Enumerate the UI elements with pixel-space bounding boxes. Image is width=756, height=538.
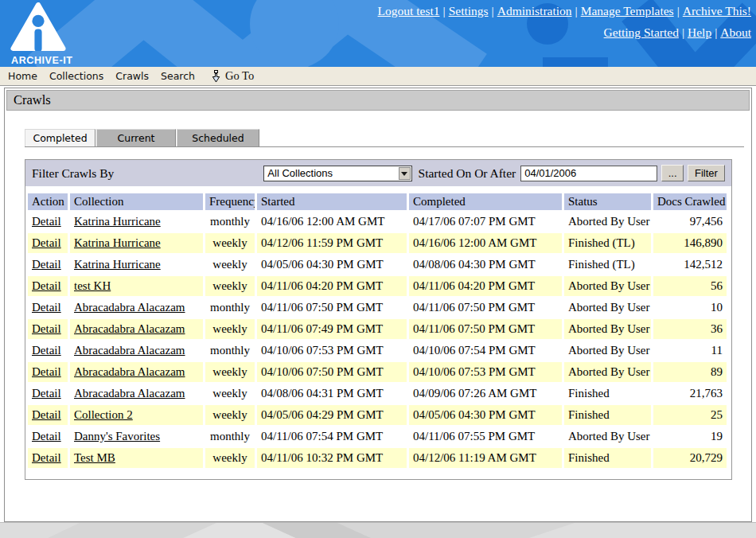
table-row: DetailAbracadabra Alacazamweekly04/08/06… — [28, 384, 727, 404]
crawls-panel: Filter Crawls By All Collections Started… — [25, 159, 732, 480]
started-cell: 04/08/06 04:31 PM GMT — [257, 384, 407, 404]
frequency-cell: monthly — [205, 298, 255, 318]
nav-item-crawls[interactable]: Crawls — [115, 70, 149, 82]
status-cell: Aborted By User — [564, 298, 651, 318]
nav-item-home[interactable]: Home — [8, 70, 37, 82]
collection-link[interactable]: Abracadabra Alacazam — [74, 387, 185, 400]
detail-link[interactable]: Detail — [32, 430, 61, 442]
completed-cell: 04/10/06 07:53 PM GMT — [409, 362, 562, 382]
completed-cell: 04/11/06 07:50 PM GMT — [409, 298, 562, 318]
frequency-cell: weekly — [205, 276, 255, 296]
detail-link[interactable]: Detail — [32, 236, 61, 249]
collections-select-value: All Collections — [267, 167, 333, 179]
header-link-about[interactable]: About — [720, 25, 751, 39]
collection-link[interactable]: test KH — [74, 279, 111, 292]
started-cell: 04/10/06 07:53 PM GMT — [257, 341, 407, 361]
nav-item-search[interactable]: Search — [161, 70, 195, 82]
started-cell: 04/11/06 07:49 PM GMT — [257, 319, 407, 339]
dropdown-arrow-icon[interactable] — [399, 167, 411, 180]
collections-select[interactable]: All Collections — [263, 166, 411, 181]
collection-cell: Katrina Hurricane — [70, 233, 203, 253]
action-cell: Detail — [28, 341, 68, 361]
header-link-archive-this[interactable]: Archive This! — [683, 4, 751, 18]
header-link-administration[interactable]: Administration — [497, 4, 572, 18]
link-separator: | — [711, 25, 720, 39]
started-cell: 04/05/06 04:30 PM GMT — [257, 255, 407, 275]
detail-link[interactable]: Detail — [32, 408, 61, 421]
detail-link[interactable]: Detail — [32, 258, 61, 271]
date-input[interactable] — [520, 166, 657, 181]
collection-link[interactable]: Katrina Hurricane — [74, 236, 161, 249]
collection-link[interactable]: Collection 2 — [74, 408, 133, 421]
docs-cell: 10 — [653, 298, 727, 318]
filter-button[interactable]: Filter — [688, 165, 725, 181]
content-frame: Crawls CompletedCurrentScheduled Filter … — [4, 88, 752, 522]
header-link-help[interactable]: Help — [688, 25, 711, 39]
collection-link[interactable]: Abracadabra Alacazam — [74, 344, 185, 357]
table-row: DetailKatrina Hurricanemonthly04/16/06 1… — [28, 212, 727, 232]
goto-label: Go To — [225, 69, 254, 83]
collection-link[interactable]: Danny's Favorites — [74, 430, 160, 442]
completed-cell: 04/16/06 12:00 AM GMT — [409, 233, 562, 253]
header-link-logout-test1[interactable]: Logout test1 — [378, 4, 440, 18]
action-cell: Detail — [28, 405, 68, 425]
collection-link[interactable]: Abracadabra Alacazam — [74, 301, 185, 314]
collection-cell: Abracadabra Alacazam — [70, 298, 203, 318]
header-link-getting-started[interactable]: Getting Started — [604, 25, 679, 39]
collection-cell: Danny's Favorites — [70, 427, 203, 446]
docs-cell: 146,890 — [653, 233, 727, 253]
action-cell: Detail — [28, 362, 68, 382]
collection-link[interactable]: Katrina Hurricane — [74, 215, 161, 228]
header-link-manage-templates[interactable]: Manage Templates — [581, 4, 674, 18]
column-header-action: Action — [28, 193, 68, 210]
collection-link[interactable]: Test MB — [74, 451, 115, 464]
frequency-cell: weekly — [205, 233, 255, 253]
docs-cell: 97,456 — [653, 212, 727, 232]
detail-link[interactable]: Detail — [32, 387, 61, 400]
collection-cell: Test MB — [70, 448, 203, 468]
tab-scheduled[interactable]: Scheduled — [177, 129, 259, 146]
page-footer — [0, 522, 756, 538]
collection-link[interactable]: Katrina Hurricane — [74, 258, 161, 271]
tab-strip: CompletedCurrentScheduled — [25, 129, 744, 147]
status-cell: Finished (TL) — [564, 233, 651, 253]
detail-link[interactable]: Detail — [32, 451, 61, 464]
collection-cell: Collection 2 — [70, 405, 203, 425]
collection-cell: Katrina Hurricane — [70, 212, 203, 232]
completed-cell: 04/17/06 07:07 PM GMT — [409, 212, 562, 232]
goto-control[interactable]: Go To — [211, 69, 254, 83]
docs-cell: 11 — [653, 341, 727, 361]
archive-it-triangle-icon — [10, 2, 67, 51]
status-cell: Finished — [564, 405, 651, 425]
nav-item-collections[interactable]: Collections — [49, 70, 103, 82]
detail-link[interactable]: Detail — [32, 322, 61, 335]
detail-link[interactable]: Detail — [32, 301, 61, 314]
table-row: DetailAbracadabra Alacazamweekly04/11/06… — [28, 319, 727, 339]
detail-link[interactable]: Detail — [32, 365, 61, 378]
link-separator: | — [572, 4, 581, 18]
link-separator: | — [679, 25, 688, 39]
docs-cell: 21,763 — [653, 384, 727, 404]
date-picker-button[interactable]: ... — [661, 165, 684, 181]
collection-cell: Katrina Hurricane — [70, 255, 203, 275]
detail-link[interactable]: Detail — [32, 279, 61, 292]
collection-link[interactable]: Abracadabra Alacazam — [74, 365, 185, 378]
tab-completed[interactable]: Completed — [25, 129, 95, 146]
table-row: DetailKatrina Hurricaneweekly04/05/06 04… — [28, 255, 727, 275]
table-row: DetailCollection 2weekly04/05/06 04:29 P… — [28, 405, 727, 425]
table-row: DetailKatrina Hurricaneweekly04/12/06 11… — [28, 233, 727, 253]
table-row: DetailTest MBweekly04/11/06 10:32 PM GMT… — [28, 448, 727, 468]
archive-it-logo[interactable]: ARCHIVE-IT — [10, 2, 76, 66]
collection-link[interactable]: Abracadabra Alacazam — [74, 322, 185, 335]
detail-link[interactable]: Detail — [32, 344, 61, 357]
detail-link[interactable]: Detail — [32, 215, 61, 228]
started-cell: 04/12/06 11:59 PM GMT — [257, 233, 407, 253]
docs-cell: 89 — [653, 362, 727, 382]
started-cell: 04/11/06 07:50 PM GMT — [257, 298, 407, 318]
header-link-settings[interactable]: Settings — [449, 4, 489, 18]
table-row: DetailAbracadabra Alacazammonthly04/10/0… — [28, 341, 727, 361]
column-header-frequency: Frequency — [205, 193, 255, 210]
column-header-started: Started — [257, 193, 407, 210]
action-cell: Detail — [28, 212, 68, 232]
tab-current[interactable]: Current — [96, 129, 176, 146]
